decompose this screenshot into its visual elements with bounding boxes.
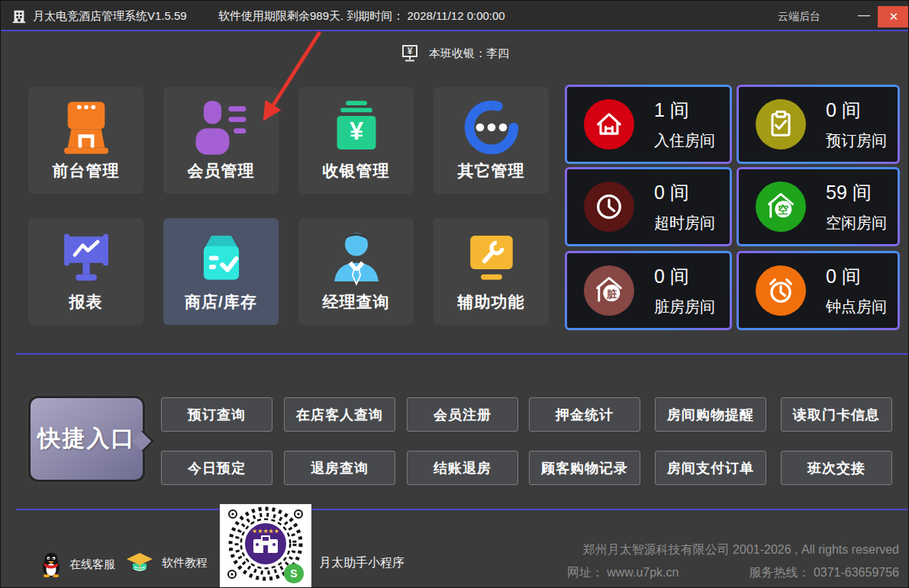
clock-icon	[584, 182, 634, 232]
status-label: 钟点房间	[826, 297, 887, 317]
svg-text:S: S	[290, 567, 297, 580]
tile-store-inventory[interactable]: 商店/库存	[163, 218, 279, 325]
svg-text:¥: ¥	[408, 46, 413, 56]
tile-aux-functions[interactable]: 辅助功能	[434, 218, 549, 325]
tile-label: 会员管理	[188, 160, 255, 182]
website-text: 网址： www.u7pk.cn	[567, 566, 679, 579]
status-tile-reserved-rooms[interactable]: 0 间 预订房间	[737, 85, 900, 164]
home-icon	[584, 99, 634, 149]
clipboard-check-icon	[756, 99, 806, 149]
miniprogram-label: 月太助手小程序	[319, 555, 405, 571]
storefront-icon	[57, 98, 115, 156]
tile-label: 前台管理	[53, 160, 120, 182]
quick-button-guest-purchase-records[interactable]: 顾客购物记录	[529, 451, 640, 485]
quick-button-reservation-query[interactable]: 预订查询	[161, 397, 272, 432]
quick-button-shift-handover[interactable]: 班次交接	[781, 451, 892, 485]
status-label: 超时房间	[654, 213, 715, 233]
report-chart-icon	[57, 230, 115, 288]
app-logo-icon	[11, 8, 27, 24]
tile-manager-query[interactable]: 经理查询	[298, 218, 414, 325]
status-label: 入住房间	[654, 130, 715, 151]
graduation-cap-icon	[125, 551, 154, 574]
status-tile-overtime-rooms[interactable]: 0 间 超时房间	[565, 167, 732, 246]
cash-icon: ¥	[327, 98, 385, 156]
online-service-label: 在线客服	[69, 557, 115, 572]
dirty-house-icon: 脏	[584, 265, 634, 316]
quick-button-read-door-card[interactable]: 读取门卡信息	[781, 397, 892, 432]
wrench-monitor-icon	[463, 230, 521, 288]
ellipsis-circle-icon	[463, 98, 521, 156]
app-title: 月太电竞酒店管理系统V1.5.59	[33, 9, 187, 24]
member-icon	[192, 98, 250, 156]
quick-button-member-register[interactable]: 会员注册	[407, 397, 518, 432]
tile-label: 其它管理	[458, 160, 525, 182]
status-tile-occupied-rooms[interactable]: 1 间 入住房间	[565, 85, 732, 164]
cashier-label: 本班收银：李四	[429, 47, 509, 61]
software-tutorial-link[interactable]: 软件教程	[125, 551, 208, 574]
quick-button-inhouse-guest-query[interactable]: 在店客人查询	[284, 397, 395, 432]
status-label: 空闲房间	[826, 213, 887, 233]
status-count: 59 间	[826, 180, 887, 205]
quick-button-room-payment-orders[interactable]: 房间支付订单	[655, 451, 766, 485]
copyright-line: 郑州月太智源科技有限公司 2001-2026 , All rights rese…	[567, 538, 899, 561]
status-count: 0 间	[826, 264, 887, 289]
cashier-monitor-icon: ¥	[400, 43, 420, 63]
miniprogram-qr-code: ★★★★★ S	[220, 504, 311, 588]
tile-label: 辅助功能	[458, 291, 525, 313]
tile-other-mgmt[interactable]: 其它管理	[434, 87, 549, 194]
status-tile-hourly-rooms[interactable]: 0 间 钟点房间	[737, 251, 900, 330]
hotline-text: 服务热线： 0371-63659756	[749, 566, 899, 579]
status-count: 0 间	[826, 98, 887, 123]
quick-button-deposit-stats[interactable]: 押金统计	[529, 397, 640, 432]
manager-icon	[327, 230, 385, 288]
qq-icon	[40, 551, 62, 577]
status-label: 预订房间	[826, 130, 887, 151]
minimize-button[interactable]: —	[854, 5, 874, 25]
vacant-house-icon: 空	[756, 182, 806, 232]
status-count: 0 间	[654, 264, 715, 289]
quick-button-room-shopping-reminder[interactable]: 房间购物提醒	[655, 397, 766, 432]
divider-top	[16, 353, 909, 355]
svg-text:脏: 脏	[606, 288, 617, 300]
app-window: 月太电竞酒店管理系统V1.5.59 软件使用期限剩余989天. 到期时间： 20…	[0, 0, 909, 588]
status-label: 脏房房间	[654, 297, 715, 317]
online-service-link[interactable]: 在线客服	[40, 551, 115, 577]
license-expiry-text: 软件使用期限剩余989天. 到期时间： 2028/11/12 0:00:00	[218, 9, 505, 24]
cloud-backend-link[interactable]: 云端后台	[778, 10, 820, 24]
tile-front-desk[interactable]: 前台管理	[28, 87, 143, 194]
status-tile-dirty-rooms[interactable]: 脏 0 间 脏房房间	[565, 251, 732, 330]
store-inventory-icon	[192, 230, 250, 288]
quick-button-checkout-query[interactable]: 退房查询	[284, 451, 395, 485]
tile-label: 商店/库存	[185, 291, 257, 313]
tile-cashier-mgmt[interactable]: ¥ 收银管理	[298, 87, 414, 194]
tile-reports[interactable]: 报表	[28, 218, 143, 325]
status-tile-vacant-rooms[interactable]: 空 59 间 空闲房间	[737, 167, 900, 246]
svg-text:空: 空	[778, 204, 788, 216]
quick-button-settle-checkout[interactable]: 结账退房	[407, 451, 518, 485]
software-tutorial-label: 软件教程	[162, 556, 208, 570]
tile-label: 报表	[69, 291, 103, 313]
quick-entry-badge: 快捷入口	[28, 396, 145, 482]
svg-text:★★★★★: ★★★★★	[252, 528, 279, 535]
quick-button-today-bookings[interactable]: 今日预定	[161, 451, 272, 485]
status-count: 0 间	[654, 180, 715, 205]
close-button[interactable]: ✕	[878, 6, 909, 27]
divider-bottom	[16, 509, 909, 510]
tile-label: 经理查询	[323, 291, 390, 313]
alarm-clock-icon	[756, 265, 806, 316]
status-count: 1 间	[654, 98, 715, 123]
quick-entry-label: 快捷入口	[38, 423, 136, 455]
tile-label: 收银管理	[323, 160, 390, 182]
shift-cashier-bar: ¥ 本班收银：李四	[1, 40, 908, 66]
svg-text:¥: ¥	[350, 117, 363, 145]
titlebar: 月太电竞酒店管理系统V1.5.59 软件使用期限剩余989天. 到期时间： 20…	[1, 1, 908, 31]
copyright-block: 郑州月太智源科技有限公司 2001-2026 , All rights rese…	[567, 538, 899, 584]
tile-members[interactable]: 会员管理	[163, 87, 279, 194]
